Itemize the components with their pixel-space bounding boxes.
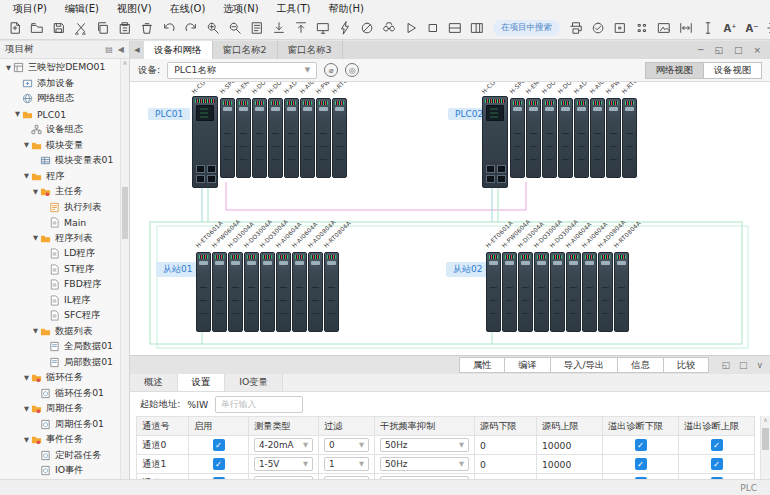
rack-label-PLC01[interactable]: PLC01	[148, 108, 190, 120]
save-button[interactable]	[49, 19, 69, 38]
table-scrollbar-thumb[interactable]	[762, 428, 769, 450]
io-module[interactable]	[324, 252, 339, 332]
network-canvas[interactable]: PLC01H-CU0010AH-SP0400AH-EM0400AH-DO3200…	[130, 82, 770, 355]
layout-grid-button[interactable]	[632, 19, 652, 38]
tree-item-局部数据01[interactable]: 局部数据01	[0, 355, 129, 371]
io-module[interactable]	[486, 252, 501, 332]
tree-item-程序[interactable]: ▼程序	[0, 169, 129, 185]
checkbox-checked[interactable]: ✓	[711, 458, 723, 470]
tree-item-ST程序[interactable]: ST程序	[0, 262, 129, 278]
checkbox-checked[interactable]: ✓	[213, 458, 225, 470]
zoom-in-button[interactable]	[203, 19, 223, 38]
io-module[interactable]	[582, 252, 597, 332]
tree-expand-icon[interactable]: ▼	[22, 172, 31, 180]
tree-item-数据列表[interactable]: ▼数据列表	[0, 324, 129, 340]
record-button[interactable]	[610, 19, 630, 38]
menu-item-4[interactable]: 在线(O)	[161, 0, 215, 17]
tree-item-模块变量表01[interactable]: 模块变量表01	[0, 153, 129, 169]
tile-horizontal-button[interactable]	[445, 19, 465, 38]
checkbox-checked[interactable]: ✓	[213, 477, 225, 479]
ethernet-port[interactable]	[497, 175, 506, 183]
find-button[interactable]	[379, 19, 399, 38]
io-module[interactable]	[228, 252, 243, 332]
minimize-icon[interactable]: ─	[698, 45, 703, 55]
tree-item-三映智控DEMO01[interactable]: ▼三映智控DEMO01	[0, 60, 129, 76]
io-module[interactable]	[308, 252, 323, 332]
tree-item-网络组态[interactable]: 网络组态	[0, 91, 129, 107]
tree-item-Main[interactable]: Main	[0, 215, 129, 231]
menu-item-2[interactable]: 编辑(E)	[56, 0, 108, 17]
subtab-设置[interactable]: 设置	[178, 374, 226, 391]
io-module[interactable]	[252, 98, 267, 178]
menu-item-5[interactable]: 选项(N)	[214, 0, 267, 17]
font-decrease-button[interactable]: A⁻	[742, 19, 762, 38]
cpu-module[interactable]	[482, 96, 508, 188]
io-module[interactable]	[244, 252, 259, 332]
checkbox-checked[interactable]: ✓	[711, 439, 723, 451]
tree-expand-icon[interactable]: ▼	[13, 110, 22, 118]
copy-button[interactable]	[93, 19, 113, 38]
panel-restore-icon[interactable]: ◱	[721, 360, 730, 370]
io-module[interactable]	[622, 98, 637, 178]
zoom-reset-icon[interactable]: ⌀	[324, 63, 338, 77]
io-module[interactable]	[276, 252, 291, 332]
panel-tab-属性[interactable]: 属性	[459, 357, 506, 373]
tree-item-添加设备[interactable]: 添加设备	[0, 76, 129, 92]
rack-label-从站01[interactable]: 从站01	[156, 262, 199, 277]
start-address-input[interactable]	[215, 396, 303, 413]
io-module[interactable]	[502, 252, 517, 332]
sidebar-scrollbar-thumb[interactable]	[122, 187, 128, 239]
font-increase-button[interactable]: A⁺	[720, 19, 740, 38]
menu-item-6[interactable]: 工具(T)	[268, 0, 320, 17]
tree-expand-icon[interactable]: ▼	[22, 405, 31, 413]
tree-item-SFC程序[interactable]: SFC程序	[0, 308, 129, 324]
verify-button[interactable]	[588, 19, 608, 38]
pin-panel-icon[interactable]: ▤	[105, 45, 113, 54]
select-干扰频率抑制[interactable]: 50Hz▼	[380, 476, 469, 479]
tab-窗口名称2[interactable]: 窗口名称2	[213, 41, 278, 59]
subtab-概述[interactable]: 概述	[130, 374, 178, 391]
io-module[interactable]	[542, 98, 557, 178]
io-module[interactable]	[316, 98, 331, 178]
tree-item-周期任务[interactable]: ▼周期任务	[0, 401, 129, 417]
checkbox-checked[interactable]: ✓	[635, 477, 647, 479]
io-module[interactable]	[614, 252, 629, 332]
io-module[interactable]	[212, 252, 227, 332]
io-module[interactable]	[574, 98, 589, 178]
select-过滤[interactable]: 1▼	[324, 457, 369, 471]
tree-expand-icon[interactable]: ▼	[31, 327, 40, 335]
subtab-IO变量[interactable]: IO变量	[225, 374, 283, 391]
panel-tab-编译[interactable]: 编译	[504, 357, 551, 373]
io-module[interactable]	[606, 98, 621, 178]
menu-item-3[interactable]: 视图(V)	[108, 0, 161, 17]
menu-item-7[interactable]: 帮助(H)	[320, 0, 373, 17]
tree-item-模块变量[interactable]: ▼模块变量	[0, 138, 129, 154]
io-module[interactable]	[534, 252, 549, 332]
io-module[interactable]	[598, 252, 613, 332]
tree-item-全局数据01[interactable]: 全局数据01	[0, 339, 129, 355]
select-测量类型[interactable]: 4-20mA▼	[254, 438, 313, 452]
delete-button[interactable]	[137, 19, 157, 38]
task-list-button[interactable]	[247, 19, 267, 38]
view-button-设备视图[interactable]: 设备视图	[703, 62, 762, 79]
select-测量类型[interactable]: 1-5V▼	[254, 457, 313, 471]
select-干扰频率抑制[interactable]: 50Hz▼	[380, 457, 469, 471]
io-module[interactable]	[260, 252, 275, 332]
table-scrollbar[interactable]: ∧	[760, 416, 770, 479]
tree-expand-icon[interactable]: ▼	[22, 141, 31, 149]
view-button-网络视图[interactable]: 网络视图	[645, 62, 704, 79]
io-module[interactable]	[268, 98, 283, 178]
ethernet-port[interactable]	[207, 175, 216, 183]
ethernet-port[interactable]	[486, 175, 495, 183]
collapse-sidebar-icon[interactable]: ◀	[130, 41, 144, 59]
sidebar-scrollbar[interactable]: ∧	[120, 59, 129, 479]
checkbox-checked[interactable]: ✓	[635, 439, 647, 451]
io-module[interactable]	[518, 252, 533, 332]
io-module[interactable]	[510, 98, 525, 178]
redo-button[interactable]	[181, 19, 201, 38]
panel-tab-导入/导出[interactable]: 导入/导出	[550, 357, 618, 373]
undo-button[interactable]	[159, 19, 179, 38]
text-cursor-button[interactable]	[698, 19, 718, 38]
cpu-module[interactable]	[192, 96, 218, 188]
tree-item-IL程序[interactable]: IL程序	[0, 293, 129, 309]
